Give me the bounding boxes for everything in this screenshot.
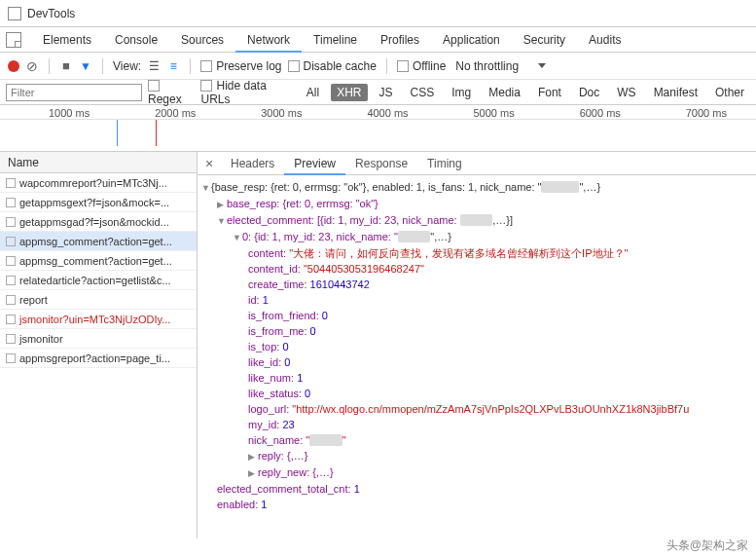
request-list-pane: Name wapcommreport?uin=MTc3Nj...getappms…	[0, 152, 198, 538]
tree-row[interactable]: 0: {id: 1, my_id: 23, nick_name: "x",…}	[201, 229, 752, 245]
app-icon	[8, 7, 21, 20]
request-row[interactable]: appmsgreport?action=page_ti...	[0, 349, 197, 368]
tree-row[interactable]: reply: {,…}	[201, 448, 752, 464]
request-row[interactable]: relatedarticle?action=getlist&c...	[0, 271, 197, 290]
tab-timeline[interactable]: Timeline	[302, 27, 369, 53]
tree-row[interactable]: enabled: 1	[201, 497, 752, 512]
request-row[interactable]: report	[0, 290, 197, 310]
large-rows-icon[interactable]: ☰	[147, 59, 161, 73]
expand-arrow-icon[interactable]	[217, 212, 227, 229]
domcontentloaded-mark	[117, 120, 118, 146]
detail-tab-response[interactable]: Response	[345, 152, 417, 175]
filter-type-ws[interactable]: WS	[611, 84, 641, 101]
detail-tabs: × Headers Preview Response Timing	[198, 152, 756, 175]
tree-row[interactable]: content: "大佬：请问，如何反向查找，发现有诸多域名曾经解析到这个IP地…	[201, 245, 752, 261]
expand-arrow-icon[interactable]	[217, 196, 227, 212]
filter-type-img[interactable]: Img	[446, 84, 477, 101]
filter-type-all[interactable]: All	[301, 84, 325, 101]
file-icon	[6, 315, 16, 324]
filter-type-doc[interactable]: Doc	[573, 84, 605, 101]
request-row[interactable]: appmsg_comment?action=get...	[0, 232, 197, 251]
tree-row[interactable]: content_id: "5044053053196468247"	[201, 261, 752, 277]
tab-profiles[interactable]: Profiles	[369, 27, 431, 53]
timeline-graph	[0, 119, 756, 146]
request-name: jsmonitor	[19, 329, 63, 349]
separator	[386, 58, 387, 74]
tree-row[interactable]: my_id: 23	[201, 417, 752, 432]
expand-arrow-icon[interactable]	[201, 179, 211, 196]
tree-row[interactable]: is_top: 0	[201, 339, 752, 354]
close-icon[interactable]: ×	[198, 156, 221, 171]
request-row[interactable]: jsmonitor	[0, 329, 197, 349]
tree-row[interactable]: base_resp: {ret: 0, errmsg: "ok"}	[201, 196, 752, 212]
request-row[interactable]: appmsg_comment?action=get...	[0, 251, 197, 271]
expand-arrow-icon[interactable]	[233, 229, 242, 245]
request-row[interactable]: jsmonitor?uin=MTc3NjUzODIy...	[0, 310, 197, 329]
request-row[interactable]: wapcommreport?uin=MTc3Nj...	[0, 173, 197, 193]
tree-row[interactable]: is_from_friend: 0	[201, 308, 752, 323]
tab-application[interactable]: Application	[431, 27, 512, 53]
timeline-tick: 6000 ms	[580, 107, 621, 119]
detail-tab-timing[interactable]: Timing	[417, 152, 472, 175]
offline-option[interactable]: Offline	[397, 59, 446, 73]
small-rows-icon[interactable]: ≡	[166, 59, 180, 73]
record-icon[interactable]	[8, 60, 19, 72]
preview-body[interactable]: {base_resp: {ret: 0, errmsg: "ok"}, enab…	[198, 175, 756, 538]
expand-arrow-icon[interactable]	[248, 448, 258, 464]
file-icon	[6, 295, 16, 305]
tree-row[interactable]: is_from_me: 0	[201, 323, 752, 339]
expand-arrow-icon[interactable]	[248, 464, 258, 481]
screenshot-icon[interactable]: ■	[59, 59, 73, 73]
filter-type-font[interactable]: Font	[532, 84, 567, 101]
tree-row[interactable]: like_num: 1	[201, 370, 752, 386]
watermark: 头条@架构之家	[666, 537, 748, 554]
filter-type-manifest[interactable]: Manifest	[648, 84, 703, 101]
tab-console[interactable]: Console	[103, 27, 169, 53]
clear-icon[interactable]: ⊘	[25, 59, 39, 73]
preserve-log-option[interactable]: Preserve log	[200, 59, 281, 73]
hide-data-urls-option[interactable]: Hide data URLs	[200, 79, 294, 106]
tab-elements[interactable]: Elements	[31, 27, 103, 53]
disable-cache-option[interactable]: Disable cache	[288, 59, 377, 73]
window-titlebar: DevTools	[0, 0, 756, 27]
tree-row[interactable]: like_id: 0	[201, 354, 752, 370]
filter-type-css[interactable]: CSS	[405, 84, 441, 101]
tree-row[interactable]: {base_resp: {ret: 0, errmsg: "ok"}, enab…	[201, 179, 752, 196]
tree-row[interactable]: id: 1	[201, 292, 752, 308]
timeline-overview[interactable]: 1000 ms 2000 ms 3000 ms 4000 ms 5000 ms …	[0, 105, 756, 152]
tab-audits[interactable]: Audits	[577, 27, 632, 53]
tree-row[interactable]: elected_comment_total_cnt: 1	[201, 481, 752, 497]
filter-icon[interactable]: ▼	[79, 59, 92, 73]
tree-row[interactable]: reply_new: {,…}	[201, 464, 752, 481]
tree-row[interactable]: create_time: 1610443742	[201, 277, 752, 292]
tree-row[interactable]: elected_comment: [{id: 1, my_id: 23, nic…	[201, 212, 752, 229]
regex-option[interactable]: Regex	[148, 79, 195, 106]
filter-type-other[interactable]: Other	[709, 84, 750, 101]
request-name: report	[19, 290, 48, 310]
separator	[102, 58, 103, 74]
request-row[interactable]: getappmsgad?f=json&mockid...	[0, 212, 197, 232]
filter-type-js[interactable]: JS	[374, 84, 399, 101]
tab-network[interactable]: Network	[235, 27, 302, 53]
tab-security[interactable]: Security	[512, 27, 577, 53]
tree-row[interactable]: nick_name: "x"	[201, 432, 752, 448]
filter-type-media[interactable]: Media	[483, 84, 526, 101]
main-tabs: Elements Console Sources Network Timelin…	[0, 27, 756, 53]
detail-tab-preview[interactable]: Preview	[284, 152, 345, 175]
request-name: appmsg_comment?action=get...	[19, 232, 172, 251]
timeline-tick: 1000 ms	[49, 107, 90, 119]
filter-type-xhr[interactable]: XHR	[331, 84, 367, 101]
throttling-select[interactable]: No throttling	[455, 59, 546, 73]
detail-tab-headers[interactable]: Headers	[221, 152, 284, 175]
column-header-name[interactable]: Name	[0, 152, 197, 173]
filter-input[interactable]	[6, 84, 142, 101]
request-row[interactable]: getappmsgext?f=json&mock=...	[0, 193, 197, 212]
file-icon	[6, 256, 16, 266]
detail-pane: × Headers Preview Response Timing {base_…	[198, 152, 756, 538]
tree-row[interactable]: logo_url: "http://wx.qlogo.cn/mmopen/mZz…	[201, 401, 752, 417]
chevron-down-icon	[538, 63, 546, 68]
dock-icon[interactable]	[6, 32, 21, 48]
file-icon	[6, 276, 16, 285]
tree-row[interactable]: like_status: 0	[201, 386, 752, 401]
tab-sources[interactable]: Sources	[169, 27, 235, 53]
